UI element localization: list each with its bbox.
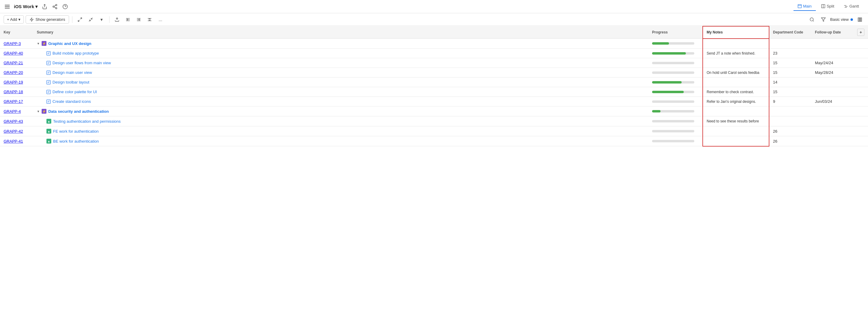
- story-icon: ▲: [46, 139, 51, 144]
- progress-bar: [652, 52, 694, 55]
- key-link[interactable]: GRAPP-40: [4, 51, 23, 56]
- columns-icon[interactable]: [855, 15, 864, 24]
- key-link[interactable]: GRAPP-42: [4, 129, 23, 133]
- connect-icon[interactable]: [52, 4, 58, 9]
- top-bar-left: iOS Work ▾: [5, 4, 68, 9]
- app-menu-icon[interactable]: [5, 5, 10, 8]
- key-link[interactable]: GRAPP-4: [4, 109, 21, 114]
- cell-my-notes[interactable]: Send JT a note when finished.: [703, 49, 769, 58]
- chevron-down-icon[interactable]: ▼: [37, 110, 40, 113]
- tab-main-label: Main: [803, 4, 812, 8]
- tab-gantt[interactable]: Gantt: [840, 2, 863, 11]
- summary-link[interactable]: Design user flows from main view: [53, 61, 111, 65]
- more-button[interactable]: ...: [156, 15, 165, 24]
- svg-point-3: [56, 7, 57, 9]
- summary-link[interactable]: Graphic and UX design: [48, 41, 91, 46]
- cell-dept-code: 14: [769, 78, 811, 87]
- cell-key: GRAPP-40: [0, 49, 33, 58]
- summary-link[interactable]: Design main user view: [53, 70, 92, 75]
- progress-fill: [652, 110, 660, 113]
- cell-followup: [811, 126, 854, 136]
- summary-link[interactable]: Testing authentication and permissions: [53, 119, 121, 124]
- main-table: Key Summary Progress My Notes Department…: [0, 26, 868, 147]
- cell-my-notes[interactable]: [703, 126, 769, 136]
- col-add[interactable]: +: [854, 26, 868, 39]
- expand-icon[interactable]: [75, 15, 85, 24]
- svg-point-2: [53, 6, 55, 7]
- cell-my-notes[interactable]: [703, 39, 769, 49]
- epic-icon: ⚡: [42, 41, 46, 46]
- table-row: GRAPP-43 ▲ Testing authentication and pe…: [0, 116, 868, 126]
- progress-bar: [652, 130, 694, 132]
- add-column-button[interactable]: +: [857, 29, 864, 36]
- add-button[interactable]: + Add ▾: [4, 16, 24, 24]
- summary-link[interactable]: Build mobile app prototype: [53, 51, 99, 56]
- key-link[interactable]: GRAPP-43: [4, 119, 23, 124]
- chevron-down-icon[interactable]: ▼: [37, 42, 40, 45]
- tab-gantt-label: Gantt: [849, 4, 859, 8]
- cell-key: GRAPP-19: [0, 78, 33, 87]
- cell-my-notes[interactable]: On hold until Carol sends feedba: [703, 68, 769, 78]
- key-link[interactable]: GRAPP-3: [4, 41, 21, 46]
- cell-followup: [811, 116, 854, 126]
- cell-my-notes[interactable]: [703, 106, 769, 116]
- key-link[interactable]: GRAPP-20: [4, 70, 23, 75]
- table-header: Key Summary Progress My Notes Department…: [0, 26, 868, 39]
- summary-link[interactable]: Create standard icons: [53, 99, 91, 104]
- help-icon[interactable]: [62, 4, 68, 9]
- project-title[interactable]: iOS Work ▾: [14, 4, 38, 9]
- summary-link[interactable]: Data security and authentication: [48, 109, 109, 114]
- cell-summary: ▲ Testing authentication and permissions: [33, 116, 648, 126]
- checkbox-icon: ✓: [46, 51, 51, 56]
- cell-my-notes[interactable]: [703, 58, 769, 68]
- cell-my-notes[interactable]: Remember to check contrast.: [703, 87, 769, 97]
- cell-key: GRAPP-42: [0, 126, 33, 136]
- cell-summary: ✓ Build mobile app prototype: [33, 49, 648, 58]
- table-row: GRAPP-4 ▼ ⚡ Data security and authentica…: [0, 106, 868, 116]
- upload-icon[interactable]: [113, 15, 122, 24]
- tab-split-label: Split: [827, 4, 834, 8]
- tab-split[interactable]: Split: [817, 2, 838, 11]
- summary-link[interactable]: Define color palette for UI: [53, 90, 97, 94]
- cell-my-notes[interactable]: Refer to Jan's original designs.: [703, 97, 769, 106]
- share-icon[interactable]: [42, 4, 48, 9]
- summary-link[interactable]: Design toolbar layout: [53, 80, 89, 85]
- cell-followup: Jun/03/24: [811, 97, 854, 106]
- key-link[interactable]: GRAPP-21: [4, 61, 23, 65]
- summary-link[interactable]: BE work for authentication: [53, 139, 99, 144]
- move-icon[interactable]: [145, 15, 154, 24]
- svg-point-29: [810, 18, 813, 21]
- show-generators-label: Show generators: [36, 17, 65, 22]
- summary-content: ▼ ⚡ Graphic and UX design: [37, 41, 645, 46]
- key-link[interactable]: GRAPP-18: [4, 90, 23, 94]
- search-icon[interactable]: [807, 15, 816, 24]
- outdent-icon[interactable]: [134, 15, 143, 24]
- tab-main[interactable]: Main: [794, 2, 816, 11]
- key-link[interactable]: GRAPP-19: [4, 80, 23, 85]
- svg-rect-34: [861, 18, 862, 22]
- cell-progress: [648, 136, 703, 146]
- progress-fill: [652, 42, 669, 44]
- basic-view-selector[interactable]: Basic view: [830, 17, 853, 22]
- cell-summary: ✓ Create standard icons: [33, 97, 648, 106]
- key-link[interactable]: GRAPP-17: [4, 99, 23, 104]
- show-generators-button[interactable]: Show generators: [26, 16, 69, 24]
- cell-progress: [648, 97, 703, 106]
- progress-bar: [652, 81, 694, 84]
- collapse-icon[interactable]: [86, 15, 95, 24]
- cell-followup: [811, 106, 854, 116]
- cell-my-notes[interactable]: [703, 78, 769, 87]
- table-row: GRAPP-41 ▲ BE work for authentication 26: [0, 136, 868, 146]
- cell-my-notes[interactable]: [703, 136, 769, 146]
- col-summary: Summary: [33, 26, 648, 39]
- indent-icon[interactable]: [123, 15, 132, 24]
- table-body: GRAPP-3 ▼ ⚡ Graphic and UX design GRAPP-…: [0, 39, 868, 146]
- filter-icon[interactable]: [819, 15, 828, 24]
- cell-followup: [811, 87, 854, 97]
- expand-dropdown-icon[interactable]: ▾: [97, 15, 106, 24]
- cell-dept-code: 9: [769, 97, 811, 106]
- summary-link[interactable]: FE work for authentication: [53, 129, 99, 133]
- key-link[interactable]: GRAPP-41: [4, 139, 23, 144]
- cell-my-notes[interactable]: Need to see these results before: [703, 116, 769, 126]
- progress-bar: [652, 91, 694, 93]
